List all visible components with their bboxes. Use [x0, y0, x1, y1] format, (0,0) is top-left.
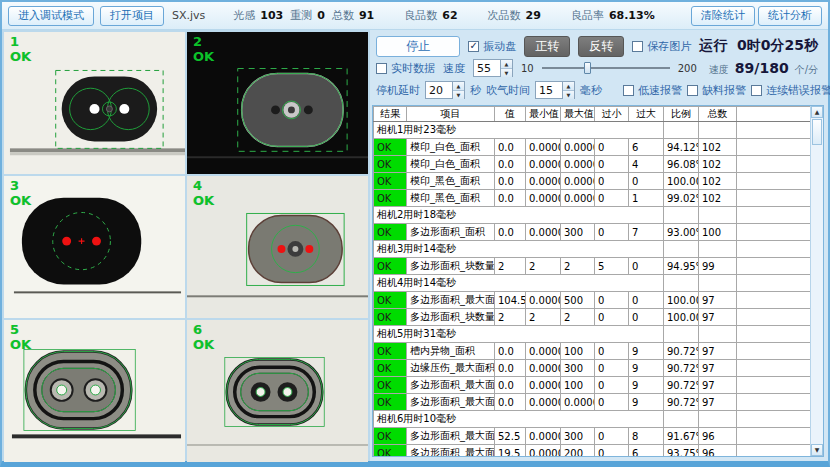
- value-cell: 0: [595, 292, 629, 309]
- speed-slider[interactable]: [542, 61, 670, 75]
- value-cell: 300: [561, 428, 595, 445]
- table-row[interactable]: OK槽内异物_面积0.00.00001000990.72%97: [374, 343, 811, 360]
- col-header-result[interactable]: 结果: [374, 107, 407, 122]
- table-row[interactable]: OK模印_黑色_面积0.00.00000.00000199.02%102: [374, 190, 811, 207]
- value-cell: 90.72%: [664, 343, 699, 360]
- spinner-up-icon[interactable]: ▲: [563, 82, 574, 91]
- value-cell: 0.0000: [526, 190, 561, 207]
- filler-cell: [737, 275, 811, 292]
- save-image-checkbox[interactable]: 保存图片: [632, 39, 691, 54]
- table-row[interactable]: OK多边形面积_最大面积19.50.00002000693.75%96: [374, 445, 811, 457]
- camera-timing-label: 相机5用时31毫秒: [374, 326, 664, 343]
- table-row[interactable]: OK模印_黑色_面积0.00.00000.000000100.00%102: [374, 173, 811, 190]
- spinner-down-icon[interactable]: ▼: [563, 91, 574, 99]
- stop-delay-spinner[interactable]: 20 ▲ ▼: [425, 81, 465, 99]
- item-cell: 模印_白色_面积: [407, 139, 495, 156]
- table-group-row[interactable]: 相机1用时23毫秒: [374, 122, 811, 139]
- table-group-row[interactable]: 相机5用时31毫秒: [374, 326, 811, 343]
- table-row[interactable]: OK模印_白色_面积0.00.00000.00000694.12%102: [374, 139, 811, 156]
- value-cell: 9: [629, 394, 664, 411]
- checkbox-unchecked-icon: [751, 85, 762, 96]
- table-row[interactable]: OK多边形面积_面积0.00.00003000793.00%100: [374, 224, 811, 241]
- filler-cell: [737, 343, 811, 360]
- result-cell: OK: [374, 394, 407, 411]
- value-cell: 97: [699, 292, 737, 309]
- table-row[interactable]: OK多边形面积_块数量2225094.95%99: [374, 258, 811, 275]
- col-header-too-small[interactable]: 过小: [595, 107, 629, 122]
- spinner-down-icon[interactable]: ▼: [501, 69, 512, 77]
- camera-3-image: [4, 176, 185, 318]
- low-speed-alarm-checkbox[interactable]: 低速报警: [623, 83, 682, 98]
- value-cell: 93.75%: [664, 445, 699, 457]
- open-project-button[interactable]: 打开项目: [100, 6, 164, 26]
- value-cell: 7: [629, 224, 664, 241]
- spinner-up-icon[interactable]: ▲: [453, 82, 464, 91]
- statistics-analysis-button[interactable]: 统计分析: [758, 6, 822, 26]
- blow-time-spinner[interactable]: 15 ▲ ▼: [535, 81, 575, 99]
- table-group-row[interactable]: 相机2用时18毫秒: [374, 207, 811, 224]
- rate-value: 89/180: [735, 60, 789, 76]
- scroll-up-icon[interactable]: ▲: [811, 106, 823, 118]
- table-group-row[interactable]: 相机3用时14毫秒: [374, 241, 811, 258]
- vertical-scrollbar[interactable]: ▲ ▼: [810, 106, 823, 456]
- camera-5-image: [4, 320, 185, 462]
- value-cell: 6: [629, 139, 664, 156]
- filler-cell: [737, 156, 811, 173]
- value-cell: 99: [699, 258, 737, 275]
- stop-button[interactable]: 停止: [376, 36, 460, 57]
- vibration-plate-label: 振动盘: [483, 39, 516, 54]
- table-row[interactable]: OK多边形面积_最大面积52.50.00003000891.67%96: [374, 428, 811, 445]
- col-header-total[interactable]: 总数: [699, 107, 737, 122]
- spinner-down-icon[interactable]: ▼: [453, 91, 464, 99]
- camera-view-6: 6 OK: [187, 320, 368, 462]
- value-cell: 93.00%: [664, 224, 699, 241]
- table-row[interactable]: OK模印_白色_面积0.00.00000.00000496.08%102: [374, 156, 811, 173]
- result-cell: OK: [374, 190, 407, 207]
- table-row[interactable]: OK边缘压伤_最大面积0.00.00003000990.72%97: [374, 360, 811, 377]
- value-cell: 0: [595, 394, 629, 411]
- value-cell: 4: [629, 156, 664, 173]
- results-table: 结果 项目 值 最小值 最大值 过小 过大 比例 总数: [373, 106, 810, 456]
- value-cell: 102: [699, 190, 737, 207]
- value-cell: 104.5: [495, 292, 526, 309]
- col-header-min[interactable]: 最小值: [526, 107, 561, 122]
- continuous-error-alarm-checkbox[interactable]: 连续错误报警: [751, 83, 830, 98]
- debug-mode-button[interactable]: 进入调试模式: [8, 6, 94, 26]
- clear-statistics-button[interactable]: 清除统计: [691, 6, 755, 26]
- table-row[interactable]: OK多边形面积_块数量22200100.00%97: [374, 309, 811, 326]
- forward-button[interactable]: 正转: [524, 36, 570, 57]
- vibration-plate-checkbox[interactable]: ✓ 振动盘: [468, 39, 516, 54]
- value-cell: 0: [595, 309, 629, 326]
- table-group-row[interactable]: 相机4用时14毫秒: [374, 275, 811, 292]
- item-cell: 槽内异物_面积: [407, 343, 495, 360]
- col-header-too-large[interactable]: 过大: [629, 107, 664, 122]
- value-cell: 96: [699, 428, 737, 445]
- col-header-max[interactable]: 最大值: [561, 107, 595, 122]
- blow-time-unit: 毫秒: [580, 83, 602, 98]
- scroll-down-icon[interactable]: ▼: [811, 444, 823, 456]
- col-header-value[interactable]: 值: [495, 107, 526, 122]
- col-header-item[interactable]: 项目: [407, 107, 495, 122]
- realtime-data-checkbox[interactable]: 实时数据: [376, 61, 435, 76]
- value-cell: 0.0: [495, 360, 526, 377]
- filler-cell: [737, 292, 811, 309]
- table-row[interactable]: OK多边形面积_最大面积104.50.000050000100.00%97: [374, 292, 811, 309]
- value-cell: 0.0000: [561, 139, 595, 156]
- item-cell: 多边形面积_最大面积: [407, 377, 495, 394]
- material-shortage-alarm-checkbox[interactable]: 缺料报警: [687, 83, 746, 98]
- scrollbar-thumb[interactable]: [812, 119, 822, 145]
- table-row[interactable]: OK多边形面积_最大面积0.00.00000.00000990.72%97: [374, 394, 811, 411]
- item-cell: 多边形面积_块数量: [407, 309, 495, 326]
- value-cell: 100: [561, 343, 595, 360]
- blow-time-label: 吹气时间: [486, 83, 530, 98]
- camera-view-5: 5 OK: [4, 320, 185, 462]
- table-row[interactable]: OK多边形面积_最大面积0.00.00001000990.72%97: [374, 377, 811, 394]
- slider-thumb[interactable]: [584, 62, 591, 74]
- spinner-up-icon[interactable]: ▲: [501, 60, 512, 69]
- col-header-ratio[interactable]: 比例: [664, 107, 699, 122]
- table-group-row[interactable]: 相机6用时10毫秒: [374, 411, 811, 428]
- value-cell: 2: [561, 258, 595, 275]
- speed-spinner[interactable]: 55 ▲ ▼: [473, 59, 513, 77]
- reverse-button[interactable]: 反转: [578, 36, 624, 57]
- checkbox-unchecked-icon: [632, 41, 643, 52]
